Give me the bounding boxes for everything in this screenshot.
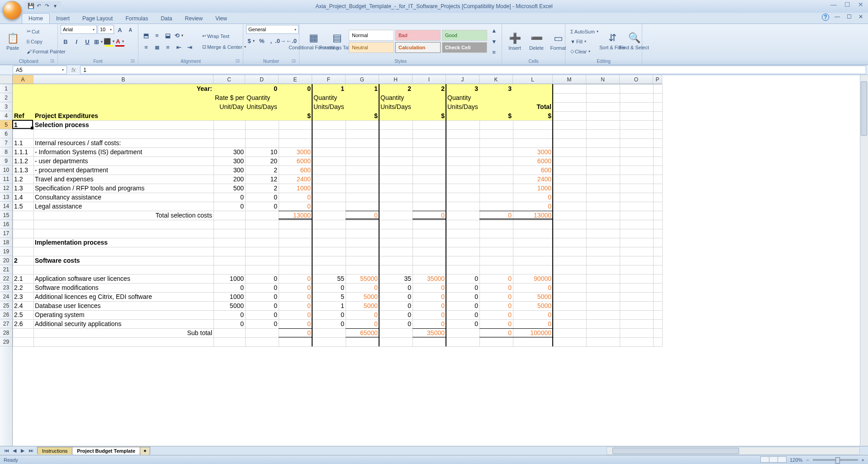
- bold-button[interactable]: B: [61, 37, 71, 47]
- decrease-decimal-button[interactable]: ←.0: [286, 36, 296, 46]
- cell[interactable]: 0: [479, 274, 513, 283]
- cell[interactable]: 0: [346, 319, 379, 328]
- cell[interactable]: Project Expenditures: [33, 111, 213, 120]
- cell[interactable]: 0: [413, 283, 446, 292]
- cell[interactable]: 5000: [513, 292, 553, 301]
- cell[interactable]: 1.4: [13, 193, 33, 202]
- cell[interactable]: - Information Systems (IS) department: [33, 147, 213, 156]
- cell[interactable]: Additional security applications: [33, 319, 213, 328]
- cell[interactable]: 5000: [213, 301, 245, 310]
- office-button[interactable]: [3, 1, 22, 20]
- cell[interactable]: 0: [513, 202, 553, 211]
- cell[interactable]: 2.2: [13, 283, 33, 292]
- close-workbook-icon[interactable]: ✕: [857, 14, 864, 21]
- cell[interactable]: 20: [245, 156, 279, 166]
- cell[interactable]: 2.1: [13, 274, 33, 283]
- sheet-tab-budget[interactable]: Project Budget Template: [72, 447, 140, 455]
- cell[interactable]: Quantity: [245, 93, 279, 102]
- formula-input[interactable]: 1: [80, 66, 866, 74]
- cell[interactable]: 0: [479, 301, 513, 310]
- alignment-launcher-icon[interactable]: ◲: [235, 58, 240, 64]
- cell[interactable]: 0: [213, 193, 245, 202]
- cell[interactable]: 0: [446, 319, 479, 328]
- view-buttons[interactable]: [760, 456, 786, 464]
- cell[interactable]: Units/Days: [312, 102, 346, 111]
- cell[interactable]: 0: [379, 310, 413, 319]
- cell[interactable]: 300: [213, 156, 245, 166]
- cell[interactable]: Units/Days: [446, 102, 479, 111]
- cell[interactable]: 12: [245, 175, 279, 184]
- cell[interactable]: 1.2: [13, 175, 33, 184]
- percent-format-button[interactable]: %: [257, 36, 267, 46]
- cell[interactable]: 0: [479, 328, 513, 337]
- cell[interactable]: 0: [279, 283, 312, 292]
- style-check-cell[interactable]: Check Cell: [442, 42, 487, 53]
- styles-scroll-up-icon[interactable]: ▴: [489, 26, 499, 36]
- cell[interactable]: 1.1: [13, 138, 33, 147]
- cell[interactable]: 5000: [513, 301, 553, 310]
- cell[interactable]: 300: [213, 147, 245, 156]
- cell[interactable]: 1: [312, 84, 346, 93]
- redo-icon[interactable]: ↷: [43, 3, 51, 10]
- cell[interactable]: 6000: [279, 156, 312, 166]
- cell[interactable]: 0: [379, 301, 413, 310]
- delete-cells-button[interactable]: ➖Delete: [526, 27, 546, 57]
- cell[interactable]: 0: [245, 202, 279, 211]
- cell[interactable]: 0: [279, 310, 312, 319]
- cell[interactable]: $: [479, 111, 513, 120]
- style-calculation[interactable]: Calculation: [395, 42, 441, 53]
- cell[interactable]: $: [513, 111, 553, 120]
- cell[interactable]: 0: [245, 301, 279, 310]
- comma-format-button[interactable]: ,: [268, 36, 275, 46]
- sheet-nav-next-icon[interactable]: ▶: [19, 448, 26, 454]
- align-bottom-button[interactable]: ⬓: [163, 31, 173, 41]
- cell[interactable]: 55000: [346, 274, 379, 283]
- find-select-button[interactable]: 🔍Find & Select: [624, 27, 644, 57]
- cell[interactable]: 3000: [513, 147, 553, 156]
- cell[interactable]: 100000: [513, 328, 553, 337]
- style-bad[interactable]: Bad: [395, 30, 441, 41]
- fx-icon[interactable]: fx: [71, 67, 76, 73]
- cell[interactable]: Application software user licences: [33, 274, 213, 283]
- italic-button[interactable]: I: [71, 37, 81, 47]
- cell[interactable]: - user departments: [33, 156, 213, 166]
- align-top-button[interactable]: ⬒: [141, 31, 151, 41]
- cell[interactable]: 0: [279, 328, 312, 337]
- font-name-combo[interactable]: Arial: [61, 25, 97, 34]
- cell[interactable]: 1000: [213, 274, 245, 283]
- fill-color-button[interactable]: ⬛: [104, 37, 114, 47]
- cell[interactable]: 5: [312, 292, 346, 301]
- cell[interactable]: 0: [312, 310, 346, 319]
- zoom-out-icon[interactable]: −: [806, 457, 809, 463]
- conditional-formatting-button[interactable]: ▦Conditional Formatting: [302, 27, 325, 57]
- style-good[interactable]: Good: [442, 30, 487, 41]
- align-right-button[interactable]: ≡: [163, 43, 173, 52]
- cell[interactable]: Year:: [33, 84, 213, 93]
- clear-button[interactable]: ◇Clear: [568, 47, 601, 56]
- format-as-table-button[interactable]: ▤Format as Table: [327, 27, 347, 57]
- cell[interactable]: 5000: [346, 292, 379, 301]
- cell[interactable]: 0: [213, 202, 245, 211]
- tab-review[interactable]: Review: [179, 14, 209, 24]
- merge-center-button[interactable]: ⊡Merge & Center: [200, 43, 248, 52]
- cell[interactable]: Quantity: [379, 93, 413, 102]
- cell[interactable]: $: [346, 111, 379, 120]
- cell[interactable]: Total: [513, 102, 553, 111]
- cell[interactable]: 0: [413, 310, 446, 319]
- cell-styles-gallery[interactable]: Normal Bad Good Neutral Calculation Chec…: [349, 30, 487, 53]
- border-button[interactable]: ⊞: [93, 37, 103, 47]
- cell[interactable]: 2.3: [13, 292, 33, 301]
- close-icon[interactable]: ✕: [855, 1, 866, 9]
- cell[interactable]: 1.1.3: [13, 166, 33, 175]
- tab-home[interactable]: Home: [22, 13, 50, 24]
- cell[interactable]: 0: [279, 193, 312, 202]
- styles-scroll-down-icon[interactable]: ▾: [489, 37, 499, 47]
- cell[interactable]: 1.1.2: [13, 156, 33, 166]
- cell[interactable]: 0: [479, 310, 513, 319]
- font-size-combo[interactable]: 10: [98, 25, 114, 34]
- maximize-icon[interactable]: ☐: [842, 1, 853, 9]
- cell[interactable]: Sub total: [33, 328, 213, 337]
- cell[interactable]: 2.4: [13, 301, 33, 310]
- sheet-nav-first-icon[interactable]: ⏮: [3, 448, 10, 454]
- clipboard-launcher-icon[interactable]: ◲: [49, 58, 55, 64]
